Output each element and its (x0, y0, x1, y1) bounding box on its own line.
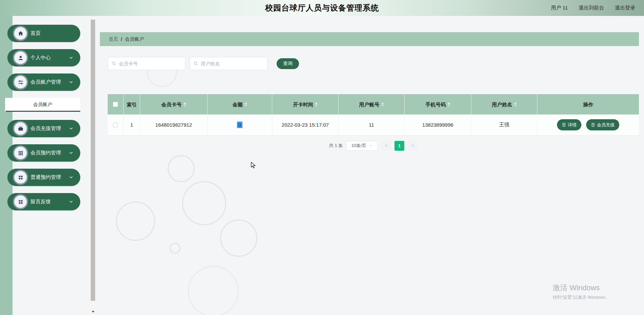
sort-carets-icon[interactable] (448, 102, 450, 106)
user-icon (13, 50, 28, 65)
row-checkbox[interactable] (113, 123, 118, 127)
scroll-down-arrow-icon (92, 311, 94, 313)
background-bubble (182, 181, 226, 225)
next-page-button[interactable] (408, 141, 417, 151)
sidebar-item-label: 个人中心 (30, 55, 51, 61)
prev-page-button[interactable] (381, 141, 391, 151)
sidebar-item-personal-center[interactable]: 个人中心 (7, 49, 80, 66)
breadcrumb-home-link[interactable]: 首页 (109, 36, 118, 42)
card-number-input[interactable] (119, 61, 180, 66)
sidebar-item-label: 普通预约管理 (30, 174, 61, 181)
sidebar-item-label: 留言反馈 (30, 198, 51, 205)
background-bubble (188, 266, 239, 315)
active-underline (6, 111, 80, 112)
briefcase-icon (13, 121, 28, 136)
header-label: 用户账号 (359, 101, 380, 108)
sidebar-item-label: 会员预约管理 (30, 150, 61, 156)
watermark-title: 激活 Windows (553, 283, 610, 293)
table-header-phone: 手机号码 (405, 94, 471, 114)
sidebar-item-normal-booking-mgmt[interactable]: 普通预约管理 (7, 169, 80, 186)
selected-text: 0 (237, 122, 242, 128)
page-size-value: 10条/页 (351, 143, 366, 149)
sort-carets-icon[interactable] (315, 102, 318, 106)
member-account-table: 索引 会员卡号 金额 开卡时间 用户账号 (108, 94, 639, 135)
sidebar: 首页 个人中心 会员账户管理 (0, 16, 90, 315)
sidebar-item-home[interactable]: 首页 (7, 25, 80, 42)
page-title: 校园台球厅人员与设备管理系统 (0, 3, 644, 13)
scrollbar-down-button[interactable] (90, 309, 96, 314)
chevron-down-icon (69, 80, 73, 86)
header-label: 开卡时间 (293, 101, 313, 108)
background-bubble (220, 219, 257, 257)
user-name-search-box (190, 57, 267, 70)
app-root: 校园台球厅人员与设备管理系统 用户 11 退出到前台 退出登录 首页 个人中心 (0, 0, 644, 315)
total-count-label: 共 1 条 (329, 143, 343, 149)
windows-activation-watermark: 激活 Windows 转到“设置”以激活 Windows。 (553, 283, 610, 300)
table-header-open-time: 开卡时间 (272, 94, 339, 114)
search-icon (111, 61, 116, 67)
submenu-label[interactable]: 会员账户 (5, 98, 80, 111)
sort-carets-icon[interactable] (184, 102, 186, 106)
cell-user-name: 王强 (471, 114, 537, 135)
breadcrumb-current: 会员账户 (125, 36, 144, 42)
grid-3x3-icon (13, 145, 28, 161)
sidebar-item-member-account-mgmt[interactable]: 会员账户管理 (7, 74, 80, 91)
current-user-label[interactable]: 用户 11 (551, 5, 568, 11)
grid-2x2-icon (13, 194, 28, 209)
chevron-down-icon (69, 175, 73, 181)
card-number-search-box (108, 57, 186, 70)
table-row: 1 1648019827912 0 2022-03-23 15:17:07 11… (108, 114, 639, 135)
table-header-checkbox-cell (108, 94, 124, 114)
table-header-card-no: 会员卡号 (140, 94, 208, 114)
member-recharge-button[interactable]: 会员充值 (586, 119, 619, 130)
sort-carets-icon[interactable] (514, 102, 517, 106)
table-header-amount: 金额 (208, 94, 272, 114)
page-number-button[interactable]: 1 (394, 141, 404, 151)
sidebar-subitem-member-account[interactable]: 会员账户 (5, 98, 80, 112)
chevron-down-icon (69, 199, 73, 205)
cell-card-no: 1648019827912 (140, 114, 208, 135)
detail-button-label: 详情 (568, 122, 577, 128)
query-button[interactable]: 查询 (277, 58, 299, 69)
exit-to-front-link[interactable]: 退出到前台 (579, 5, 604, 11)
search-toolbar: 查询 (108, 57, 299, 70)
recharge-button-label: 会员充值 (597, 122, 615, 128)
breadcrumb-separator: / (121, 37, 122, 42)
chevron-right-icon (411, 144, 415, 148)
grid-2x2-icon (13, 170, 28, 185)
sort-carets-icon[interactable] (244, 102, 247, 106)
header-links: 用户 11 退出到前台 退出登录 (551, 0, 635, 16)
table-header-user-name: 用户姓名 (471, 94, 537, 114)
table-header-user-account: 用户账号 (339, 94, 405, 114)
sidebar-item-label: 首页 (30, 30, 41, 37)
breadcrumb: 首页 / 会员账户 (100, 32, 639, 46)
mouse-cursor (251, 162, 257, 170)
row-checkbox-cell (108, 114, 124, 135)
main-content: 首页 / 会员账户 查询 (96, 16, 644, 315)
sidebar-item-label: 会员充值管理 (30, 125, 61, 132)
cell-index: 1 (124, 114, 140, 135)
sidebar-item-member-recharge-mgmt[interactable]: 会员充值管理 (7, 120, 80, 137)
header-label: 用户姓名 (492, 101, 512, 108)
cell-operations: 详情 会员充值 (537, 114, 639, 135)
user-name-input[interactable] (201, 61, 262, 66)
header-label: 会员卡号 (162, 101, 182, 108)
background-bubble (116, 202, 155, 241)
background-bubble (170, 243, 180, 254)
table-header-row: 索引 会员卡号 金额 开卡时间 用户账号 (108, 94, 639, 114)
page-size-select[interactable]: 10条/页 (346, 141, 378, 151)
background-bubble (168, 155, 195, 182)
table-header-index: 索引 (124, 94, 140, 114)
cell-user-account: 11 (339, 114, 405, 135)
detail-button[interactable]: 详情 (557, 119, 581, 130)
sidebar-item-message-feedback[interactable]: 留言反馈 (7, 193, 80, 210)
sidebar-item-member-booking-mgmt[interactable]: 会员预约管理 (7, 144, 80, 162)
scrollbar-thumb[interactable] (91, 20, 95, 301)
home-icon (13, 26, 28, 41)
app-body: 首页 个人中心 会员账户管理 (0, 16, 644, 315)
chevron-down-icon (69, 55, 73, 61)
sidebar-scrollbar[interactable] (90, 16, 96, 315)
logout-link[interactable]: 退出登录 (615, 5, 635, 11)
select-all-checkbox[interactable] (113, 102, 118, 107)
sort-carets-icon[interactable] (381, 102, 384, 106)
